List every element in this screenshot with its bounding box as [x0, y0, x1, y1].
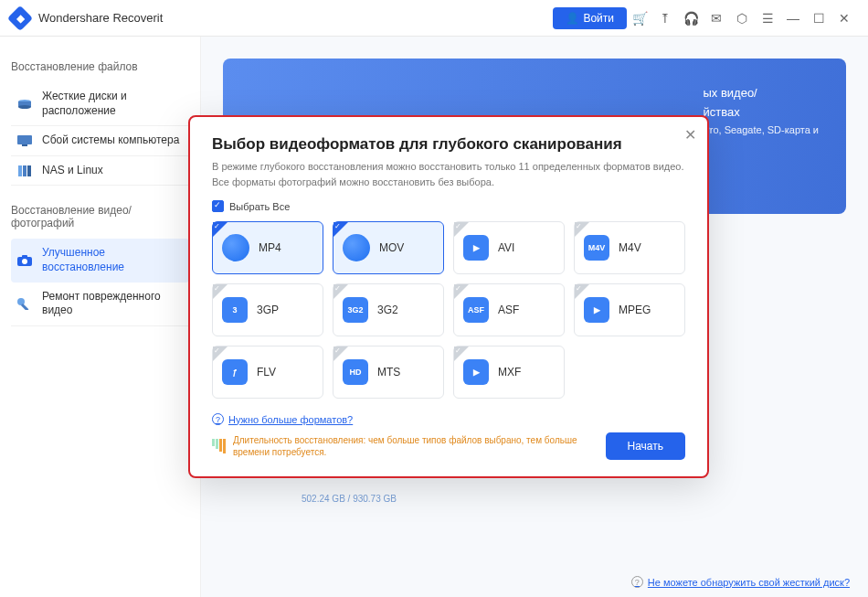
sidebar-label: Сбой системы компьютера [42, 133, 179, 148]
sidebar-item-repair[interactable]: Ремонт поврежденного видео [11, 283, 189, 326]
maximize-icon[interactable]: ☐ [806, 5, 831, 31]
select-all-label: Выбрать Все [229, 201, 290, 212]
format-mov[interactable]: MOV [333, 221, 444, 274]
hero-line1b: йствах [703, 105, 739, 119]
format-mts[interactable]: HD MTS [333, 346, 444, 399]
nas-icon [16, 165, 33, 177]
svg-rect-5 [18, 165, 22, 176]
start-button[interactable]: Начать [606, 432, 686, 460]
format-label: ASF [498, 304, 519, 316]
format-icon: ASF [463, 297, 489, 323]
format-icon [222, 234, 249, 261]
format-3g2[interactable]: 3G2 3G2 [333, 283, 444, 336]
format-label: 3G2 [377, 304, 398, 316]
more-formats-label: Нужно больше форматов? [228, 414, 353, 425]
check-corner-icon [333, 222, 348, 237]
svg-point-2 [18, 105, 31, 109]
sidebar-label: NAS и Linux [42, 164, 103, 178]
format-asf[interactable]: ASF ASF [453, 283, 565, 336]
format-icon: HD [343, 359, 368, 385]
login-button[interactable]: 👤 Войти [553, 7, 627, 29]
svg-point-11 [17, 298, 25, 305]
sidebar-label: Жесткие диски и расположение [42, 90, 184, 118]
format-m4v[interactable]: M4V M4V [574, 221, 685, 274]
question-icon: ? [631, 576, 643, 588]
titlebar: ◆ Wondershare Recoverit 👤 Войти 🛒 ⤒ 🎧 ✉ … [0, 0, 868, 37]
sidebar-item-enhanced[interactable]: Улучшенное восстановление [11, 239, 189, 282]
user-icon: 👤 [566, 12, 579, 25]
warning-text: Длительность восстановления: чем больше … [233, 434, 598, 458]
check-corner-icon [213, 284, 228, 299]
sidebar-section-1: Восстановление файлов [11, 60, 189, 73]
sidebar: Восстановление файлов Жесткие диски и ра… [0, 37, 201, 597]
format-label: MOV [379, 241, 404, 254]
disk-usage: 502.24 GB / 930.73 GB [302, 494, 397, 504]
format-label: FLV [257, 366, 276, 378]
check-corner-icon [575, 284, 589, 299]
hero-line1a: ых видео/ [703, 86, 757, 100]
sidebar-item-drives[interactable]: Жесткие диски и расположение [11, 82, 189, 126]
format-label: MXF [498, 366, 521, 378]
format-icon: ƒ [222, 359, 248, 385]
monitor-icon [16, 134, 33, 147]
duration-bars-icon [212, 439, 226, 453]
bottom-link-label: Не можете обнаружить свой жесткий диск? [648, 577, 850, 588]
select-all-checkbox[interactable]: Выбрать Все [212, 200, 685, 212]
modal-close-icon[interactable]: ✕ [684, 126, 696, 144]
format-flv[interactable]: ƒ FLV [212, 346, 323, 399]
svg-point-9 [22, 259, 27, 264]
format-icon: M4V [584, 235, 609, 261]
format-mp4[interactable]: MP4 [212, 221, 323, 274]
format-label: MTS [377, 366, 400, 378]
import-icon[interactable]: ⤒ [652, 5, 678, 31]
format-avi[interactable]: ▶ AVI [453, 221, 565, 274]
format-icon: 3G2 [343, 297, 368, 323]
modal-title: Выбор видеоформатов для глубокого сканир… [212, 135, 685, 154]
svg-rect-4 [22, 144, 27, 146]
svg-rect-12 [21, 304, 28, 310]
mail-icon[interactable]: ✉ [704, 5, 729, 31]
sidebar-item-crash[interactable]: Сбой системы компьютера [11, 126, 189, 156]
hero-line2: Pro, Seagate, SD-карта и [703, 124, 819, 135]
svg-rect-3 [17, 135, 32, 144]
format-mpeg[interactable]: ▶ MPEG [574, 283, 685, 336]
format-3gp[interactable]: 3 3GP [212, 283, 323, 336]
format-mxf[interactable]: ▶ MXF [453, 346, 565, 399]
sidebar-item-nas[interactable]: NAS и Linux [11, 156, 189, 187]
sidebar-label: Улучшенное восстановление [42, 246, 184, 274]
format-modal: ✕ Выбор видеоформатов для глубокого скан… [188, 115, 709, 478]
sidebar-section-2: Восстановление видео/фотографий [11, 204, 189, 229]
format-icon: ▶ [463, 359, 489, 385]
cant-detect-link[interactable]: ? Не можете обнаружить свой жесткий диск… [631, 576, 850, 588]
format-label: 3GP [257, 304, 279, 316]
format-icon: ▶ [463, 235, 489, 261]
login-label: Войти [583, 12, 614, 25]
svg-rect-10 [22, 255, 27, 258]
cart-icon[interactable]: 🛒 [627, 5, 652, 31]
format-grid: MP4 MOV ▶ AVI M4V M4V 3 3GP 3G2 3G2 ASF … [212, 221, 685, 399]
cube-icon[interactable]: ⬡ [729, 5, 755, 31]
camera-icon [16, 254, 33, 267]
question-icon: ? [212, 413, 224, 425]
check-corner-icon [575, 222, 589, 237]
check-corner-icon [213, 222, 228, 237]
check-corner-icon [213, 346, 228, 361]
list-icon[interactable]: ☰ [755, 5, 780, 31]
drive-icon [16, 98, 33, 111]
check-corner-icon [454, 222, 469, 237]
modal-desc: В режиме глубокого восстановления можно … [212, 159, 685, 189]
check-corner-icon [333, 284, 348, 299]
close-window-icon[interactable]: ✕ [831, 5, 857, 31]
format-label: MP4 [259, 241, 281, 254]
svg-rect-7 [27, 165, 31, 176]
check-corner-icon [454, 346, 469, 361]
app-logo-icon: ◆ [7, 5, 33, 30]
format-icon: 3 [222, 297, 248, 323]
minimize-icon[interactable]: — [780, 5, 806, 31]
format-label: M4V [619, 241, 641, 254]
app-title: Wondershare Recoverit [38, 11, 163, 25]
headset-icon[interactable]: 🎧 [678, 5, 704, 31]
sidebar-label: Ремонт поврежденного видео [42, 290, 184, 318]
more-formats-link[interactable]: ? Нужно больше форматов? [212, 413, 685, 425]
checkbox-icon [212, 200, 224, 212]
